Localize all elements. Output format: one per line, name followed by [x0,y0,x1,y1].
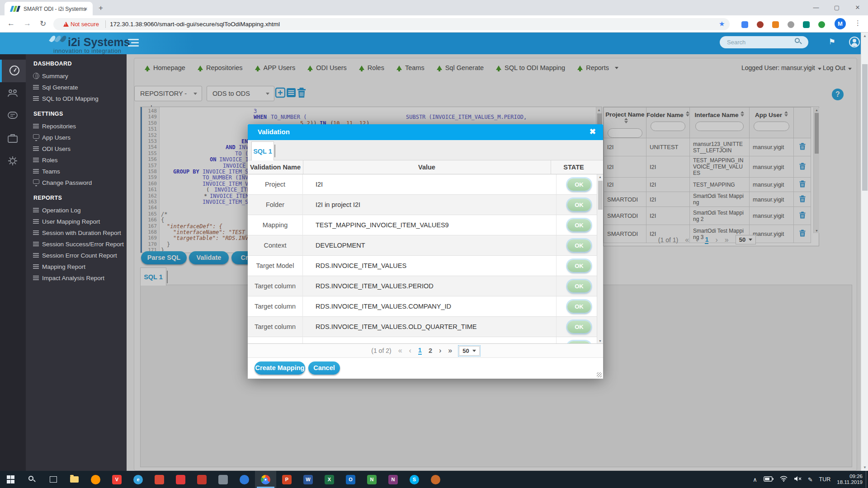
taskbar-file-explorer[interactable] [64,471,85,488]
profile-avatar[interactable]: M [835,18,846,29]
extension-icon-6[interactable] [818,21,825,28]
state-ok-button[interactable]: OK [567,239,591,252]
forward-icon[interactable]: → [24,19,31,28]
sidebar-item-change-password[interactable]: Change Password [26,177,127,188]
taskbar-chrome[interactable] [255,471,276,488]
extension-icon-3[interactable] [772,21,779,28]
taskbar-firefox[interactable] [85,471,106,488]
wifi-icon[interactable] [780,475,788,483]
sidebar-item-app-users[interactable]: App Users [26,132,127,143]
search-icon[interactable] [795,38,800,43]
next-page-icon[interactable]: › [439,347,441,355]
taskbar-app-gray[interactable] [212,471,234,488]
taskbar-skype[interactable]: S [404,471,425,488]
maximize-button[interactable]: ▢ [826,0,847,15]
rail-item-messages[interactable] [0,105,26,127]
menu-toggle-icon[interactable] [128,39,139,47]
state-ok-button[interactable]: OK [567,178,591,191]
taskbar-powerpoint[interactable]: P [276,471,297,488]
extension-icon-1[interactable] [741,21,748,28]
browser-tab[interactable]: SMART ODI - i2i Systems × [5,2,93,15]
taskbar-excel[interactable]: X [319,471,340,488]
taskbar-app-blue[interactable] [234,471,255,488]
taskbar-task-view-button[interactable] [42,471,64,488]
show-desktop-button[interactable] [866,471,868,488]
dialog-create-mapping-button[interactable]: Create Mapping [255,361,305,375]
not-secure-icon-mark: ! [65,22,66,26]
sidebar-item-label: User Mapping Report [42,218,100,225]
sidebar-item-teams[interactable]: Teams [26,166,127,177]
last-page-icon[interactable]: » [448,347,452,355]
taskbar-app-green[interactable]: N [361,471,382,488]
new-tab-button[interactable]: + [99,4,103,13]
sidebar-item-sql-generate[interactable]: Sql Generate [26,82,127,93]
language-indicator[interactable]: TUR [819,476,831,483]
taskbar-start-button[interactable] [0,471,21,488]
taskbar-onenote[interactable]: N [382,471,404,488]
extension-icon-4[interactable] [788,21,794,28]
taskbar-outlook[interactable]: O [340,471,361,488]
extension-icon-2[interactable] [757,21,764,28]
rail-item-dashboard[interactable] [0,60,26,82]
taskbar-edge[interactable]: e [127,471,149,488]
extension-icon-5[interactable] [803,21,810,28]
sidebar-item-session-with-duration-report[interactable]: Session with Duration Report [26,227,127,239]
sidebar-item-roles[interactable]: Roles [26,155,127,166]
state-ok-button[interactable]: OK [567,199,591,211]
rail-item-users[interactable] [0,82,26,105]
taskbar-word[interactable]: W [297,471,319,488]
state-ok-button[interactable]: OK [567,300,591,313]
taskbar-vivaldi[interactable]: V [106,471,127,488]
sidebar-item-session-error-count-report[interactable]: Session Error Count Report [26,250,127,261]
not-secure-label[interactable]: Not secure [71,21,99,28]
volume-muted-icon[interactable] [794,475,802,483]
reload-icon[interactable]: ↻ [40,19,46,28]
sidebar-item-odi-users[interactable]: ODI Users [26,143,127,155]
url-text[interactable]: 172.30.1.38:9060/smart-odi-gui/secure/sq… [110,21,280,28]
taskbar-app-orange[interactable] [425,471,446,488]
bookmark-star-icon[interactable]: ★ [719,20,725,28]
taskbar-app-red-2[interactable] [170,471,191,488]
back-icon[interactable]: ← [7,19,15,28]
page-2[interactable]: 2 [429,347,432,354]
dialog-header[interactable]: Validation ✖ [248,124,603,140]
clock[interactable]: 09:26 18.11.2019 [837,474,863,486]
sidebar-item-impact-analysis-report[interactable]: Impact Analysis Report [26,272,127,284]
sidebar-item-operation-log[interactable]: Operation Log [26,205,127,216]
state-ok-button[interactable]: OK [567,321,591,333]
sidebar-item-user-mapping-report[interactable]: User Mapping Report [26,216,127,227]
taskbar-app-red-1[interactable] [149,471,170,488]
first-page-icon[interactable]: « [398,347,402,355]
dialog-cancel-button[interactable]: Cancel [308,361,340,375]
window-close-button[interactable]: ✕ [847,0,868,15]
sidebar-item-session-success-error-report[interactable]: Session Success/Error Report [26,239,127,250]
taskbar-app-red-3[interactable] [191,471,212,488]
page-scrollbar[interactable]: ▲ ▼ [861,33,868,471]
resize-grip[interactable] [597,372,602,377]
tray-expand-icon[interactable]: ∧ [753,476,757,483]
browser-menu-icon[interactable]: ⋮ [854,19,861,27]
sidebar-item-summary[interactable]: Summary [26,70,127,82]
sidebar-item-mapping-report[interactable]: Mapping Report [26,261,127,272]
flag-icon[interactable]: ⚑ [829,37,835,47]
state-ok-button[interactable]: OK [567,219,591,231]
page-1[interactable]: 1 [418,347,422,355]
sidebar-item-repositories[interactable]: Repositories [26,121,127,132]
state-ok-button[interactable]: OK [567,260,591,272]
dialog-tab-sql1[interactable]: SQL 1 [251,141,274,160]
prev-page-icon[interactable]: ‹ [409,347,411,355]
rail-item-settings-gear[interactable] [0,150,26,173]
tab-close-icon[interactable]: × [84,5,88,12]
state-ok-button[interactable]: OK [567,280,591,292]
validation-table-scrollbar[interactable]: ▲▼ [597,174,603,343]
rail-item-briefcase[interactable] [0,127,26,150]
dialog-close-icon[interactable]: ✖ [590,127,596,136]
pen-icon[interactable]: ✎ [808,476,813,483]
page-size-select[interactable]: 50 [459,346,479,356]
validation-value-cell: TEST_MAPPING_INVOICE_ITEM_VALUES9 [316,215,449,235]
minimize-button[interactable]: — [806,0,826,15]
user-icon[interactable] [849,37,860,47]
sidebar-item-sql-to-odi-mapping[interactable]: SQL to ODI Mapping [26,93,127,104]
taskbar-search-button[interactable] [21,471,42,488]
battery-icon[interactable] [764,475,774,483]
